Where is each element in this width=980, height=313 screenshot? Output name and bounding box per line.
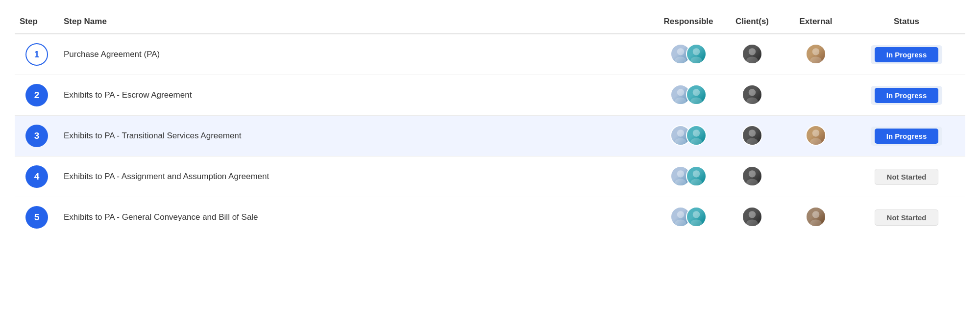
status-cell: In Progress — [848, 75, 965, 116]
step-badge: 4 — [25, 165, 48, 188]
external-avatars — [806, 207, 826, 227]
clients-cell — [720, 75, 784, 116]
header-clients: Client(s) — [720, 10, 784, 34]
svg-point-29 — [675, 219, 686, 226]
avatar — [742, 84, 762, 105]
avatar — [686, 207, 707, 227]
responsible-avatars — [670, 166, 707, 186]
client-avatars — [742, 166, 762, 186]
table-header-row: Step Step Name Responsible Client(s) Ext… — [15, 10, 965, 34]
svg-point-2 — [693, 48, 700, 55]
responsible-avatars — [670, 44, 707, 64]
svg-point-30 — [693, 211, 700, 218]
clients-cell — [720, 116, 784, 156]
table-row[interactable]: 3 Exhibits to PA - Transitional Services… — [15, 116, 965, 156]
external-cell — [784, 75, 848, 116]
table-row[interactable]: 2 Exhibits to PA - Escrow Agreement In — [15, 75, 965, 116]
avatar — [742, 166, 762, 186]
header-responsible: Responsible — [657, 10, 720, 34]
svg-point-28 — [677, 211, 684, 218]
svg-point-35 — [810, 219, 822, 226]
svg-point-16 — [693, 130, 700, 136]
svg-point-18 — [749, 130, 756, 136]
svg-point-19 — [746, 138, 758, 145]
svg-point-14 — [677, 130, 684, 136]
client-avatars — [742, 207, 762, 227]
external-cell — [784, 197, 848, 238]
workflow-table: Step Step Name Responsible Client(s) Ext… — [15, 10, 965, 237]
status-cell-bg: In Progress — [871, 45, 942, 64]
svg-point-5 — [746, 56, 758, 63]
header-status: Status — [848, 10, 965, 34]
responsible-cell — [657, 197, 720, 238]
table-row[interactable]: 4 Exhibits to PA - Assignment and Assump… — [15, 156, 965, 197]
step-cell: 5 — [15, 197, 59, 238]
svg-point-20 — [812, 130, 819, 136]
clients-cell — [720, 156, 784, 197]
step-badge: 2 — [25, 84, 48, 106]
step-name-text: Exhibits to PA - Assignment and Assumpti… — [64, 172, 269, 181]
step-cell: 3 — [15, 116, 59, 156]
avatar — [806, 125, 826, 146]
step-name-cell: Purchase Agreement (PA) — [59, 34, 657, 75]
step-badge: 3 — [25, 125, 48, 147]
status-badge[interactable]: In Progress — [875, 47, 938, 62]
avatar — [742, 44, 762, 64]
responsible-avatars — [670, 84, 707, 105]
status-badge[interactable]: Not Started — [875, 169, 938, 185]
external-cell — [784, 156, 848, 197]
clients-cell — [720, 197, 784, 238]
svg-point-17 — [690, 138, 702, 145]
client-avatars — [742, 84, 762, 105]
svg-point-31 — [690, 219, 702, 226]
svg-point-34 — [812, 211, 819, 218]
step-name-cell: Exhibits to PA - General Conveyance and … — [59, 197, 657, 238]
svg-point-12 — [749, 89, 756, 96]
header-step-name: Step Name — [59, 10, 657, 34]
external-avatars — [806, 125, 826, 146]
step-name-text: Exhibits to PA - Escrow Agreement — [64, 90, 192, 100]
clients-cell — [720, 34, 784, 75]
svg-point-24 — [693, 170, 700, 177]
svg-point-11 — [690, 97, 702, 104]
external-cell — [784, 34, 848, 75]
status-badge[interactable]: In Progress — [875, 88, 938, 103]
responsible-cell — [657, 75, 720, 116]
avatar — [806, 207, 826, 227]
avatar — [686, 84, 707, 105]
step-name-cell: Exhibits to PA - Transitional Services A… — [59, 116, 657, 156]
header-external: External — [784, 10, 848, 34]
step-cell: 1 — [15, 34, 59, 75]
step-cell: 2 — [15, 75, 59, 116]
svg-point-13 — [746, 97, 758, 104]
svg-point-8 — [677, 89, 684, 96]
table-row[interactable]: 1 Purchase Agreement (PA) — [15, 34, 965, 75]
client-avatars — [742, 44, 762, 64]
step-name-text: Exhibits to PA - General Conveyance and … — [64, 212, 258, 222]
status-cell: Not Started — [848, 156, 965, 197]
step-name-text: Exhibits to PA - Transitional Services A… — [64, 131, 242, 140]
svg-point-23 — [675, 179, 686, 185]
step-badge: 1 — [25, 43, 48, 66]
svg-point-25 — [690, 179, 702, 185]
responsible-cell — [657, 116, 720, 156]
status-cell-bg: In Progress — [871, 127, 942, 146]
step-name-text: Purchase Agreement (PA) — [64, 50, 160, 59]
svg-point-15 — [675, 138, 686, 145]
avatar — [742, 207, 762, 227]
svg-point-33 — [746, 219, 758, 226]
avatar — [686, 44, 707, 64]
svg-point-1 — [675, 56, 686, 63]
svg-point-32 — [749, 211, 756, 218]
svg-point-6 — [812, 48, 819, 55]
avatar — [686, 166, 707, 186]
responsible-cell — [657, 34, 720, 75]
svg-point-10 — [693, 89, 700, 96]
status-cell-bg: In Progress — [871, 86, 942, 105]
status-badge[interactable]: In Progress — [875, 129, 938, 144]
table-row[interactable]: 5 Exhibits to PA - General Conveyance an… — [15, 197, 965, 238]
svg-point-3 — [690, 56, 702, 63]
svg-point-4 — [749, 48, 756, 55]
svg-point-9 — [675, 97, 686, 104]
status-badge[interactable]: Not Started — [875, 209, 938, 226]
